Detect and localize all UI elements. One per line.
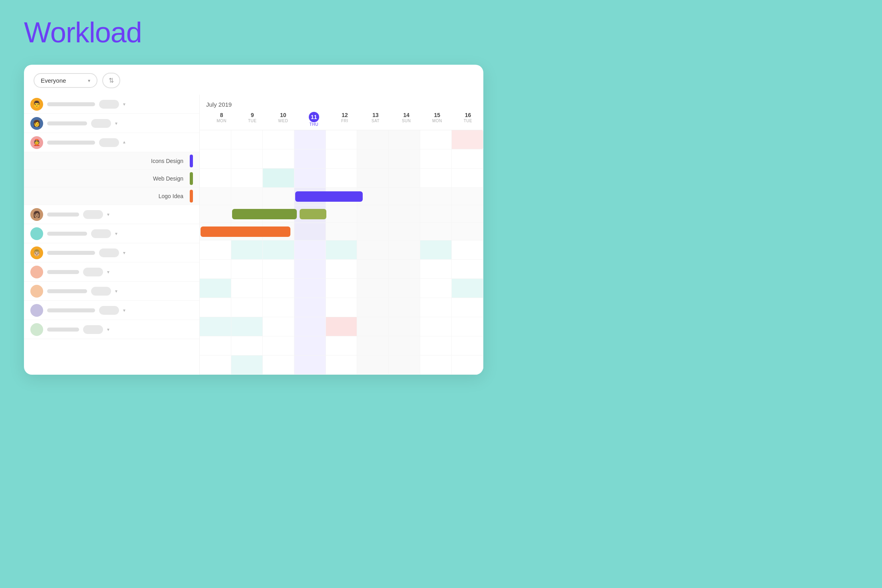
cal-cell-10-2 [231,356,263,374]
cal-cell-10-8 [420,356,452,374]
person-row-5[interactable]: ▾ [24,224,199,243]
sidebar: 👨 ▾ 👩 ▾ 👲 ▾ Icons Design [24,95,200,375]
cal-cell-6-8 [420,279,452,298]
cal-row-3 [200,169,483,188]
tag-bar-7 [83,268,103,276]
cal-logo-7 [389,223,420,240]
day-num-12: 12 [342,112,348,119]
person-row-3[interactable]: 👲 ▾ [24,133,199,152]
chevron-down-icon-1: ▾ [123,101,125,107]
avatar-1: 👨 [30,98,43,111]
icons-design-bar[interactable] [295,191,363,202]
task-indicator-web [190,172,193,185]
cal-cell-3-7 [389,169,420,187]
cal-cell-7-9 [452,298,483,317]
name-bar-2 [47,121,87,125]
person-row-9[interactable]: ▾ [24,301,199,320]
person-row-8[interactable]: ▾ [24,282,199,301]
cal-logo-5 [326,223,358,240]
cal-cell-9-5 [326,336,358,355]
name-bar-6 [47,251,95,255]
person-row-7[interactable]: ▾ [24,262,199,282]
cal-cell-7-5 [326,298,358,317]
cal-cell-4-5 [326,240,358,259]
sort-icon: ⇅ [109,77,114,84]
card-body: 👨 ▾ 👩 ▾ 👲 ▾ Icons Design [24,95,483,375]
chevron-down-icon-10: ▾ [107,327,109,332]
chevron-down-icon-7: ▾ [107,269,109,275]
name-bar-5 [47,232,87,236]
cal-cell-7-2 [231,298,263,317]
cal-cell-6-1 [200,279,231,298]
tag-bar-10 [83,325,103,334]
sort-button[interactable]: ⇅ [102,73,120,88]
person-row-6[interactable]: 👨🏼 ▾ [24,243,199,262]
tag-bar-8 [91,287,111,296]
chevron-down-icon-6: ▾ [123,250,125,256]
day-num-16: 16 [465,112,471,119]
cal-icons-8 [420,188,452,205]
cal-icons-3 [263,188,294,205]
cal-web-9 [452,205,483,222]
cal-cell-2-3 [263,149,294,168]
cal-cell-10-3 [263,356,294,374]
cal-cell-7-3 [263,298,294,317]
cal-cell-2-7 [389,149,420,168]
day-num-14: 14 [403,112,409,119]
cal-cell-10-4 [294,356,326,374]
cal-row-web [200,205,483,223]
cal-cell-3-5 [326,169,358,187]
web-design-bar-2[interactable] [300,209,326,219]
cal-row-8 [200,317,483,336]
cal-cell-2-5 [326,149,358,168]
cal-cell-6-7 [389,279,420,298]
cal-cell-4-3 [263,240,294,259]
cal-cell-5-8 [420,260,452,278]
avatar-4: 👩🏽 [30,208,43,221]
cal-cell-1-3 [263,130,294,149]
cal-cell-8-1 [200,317,231,336]
chevron-down-icon-4: ▾ [107,212,109,217]
name-bar-4 [47,213,79,217]
tag-bar-4 [83,210,103,219]
cal-cell-4-8 [420,240,452,259]
tag-bar-6 [99,248,119,257]
cal-icons-7 [389,188,420,205]
day-num-10: 10 [280,112,286,119]
logo-idea-bar[interactable] [201,226,290,237]
person-row-1[interactable]: 👨 ▾ [24,95,199,114]
task-label-icons: Icons Design [30,158,187,164]
day-col-12: 12 FRI [329,112,360,130]
day-name-14: SUN [402,119,411,123]
day-name-13: SAT [371,119,379,123]
chevron-down-icon: ▾ [88,78,90,83]
person-row-10[interactable]: ▾ [24,320,199,339]
everyone-filter[interactable]: Everyone ▾ [34,73,97,88]
cal-icons-1 [200,188,231,205]
cal-cell-1-7 [389,130,420,149]
avatar-3: 👲 [30,136,43,149]
cal-cell-5-7 [389,260,420,278]
name-bar-3 [47,141,95,145]
cal-cell-3-1 [200,169,231,187]
day-col-13: 13 SAT [360,112,391,130]
cal-cell-2-9 [452,149,483,168]
cal-icons-9 [452,188,483,205]
day-col-9: 9 TUE [237,112,268,130]
person-row-2[interactable]: 👩 ▾ [24,114,199,133]
task-row-icons-design: Icons Design [24,152,199,170]
web-design-bar-1[interactable] [232,209,297,219]
cal-cell-9-6 [357,336,389,355]
cal-row-7 [200,298,483,317]
cal-row-1 [200,130,483,149]
cal-cell-8-9 [452,317,483,336]
chevron-down-icon-2: ▾ [115,121,117,126]
cal-cell-4-9 [452,240,483,259]
cal-cell-4-7 [389,240,420,259]
task-label-web: Web Design [30,175,187,182]
day-name-15: MON [432,119,442,123]
cal-web-5 [326,205,358,222]
day-num-15: 15 [434,112,441,119]
cal-cell-7-4 [294,298,326,317]
person-row-4[interactable]: 👩🏽 ▾ [24,205,199,224]
